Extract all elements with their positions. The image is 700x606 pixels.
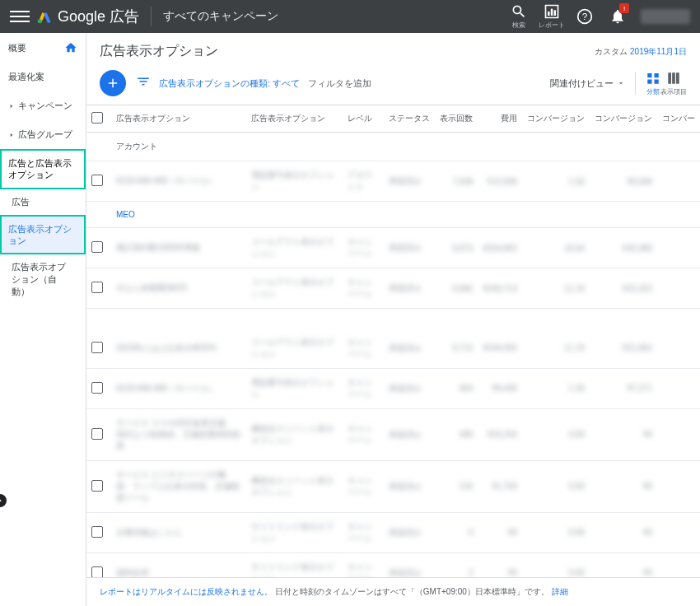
help-button[interactable]: ? (568, 0, 601, 33)
chevron-right-icon (0, 496, 4, 505)
table-row[interactable]: 企業情報はこちらサイトリンク表示オプションキャンペーン承認済み0¥00.00¥0 (86, 512, 700, 552)
sidebar-item-ads-extensions[interactable]: 広告と広告表示オプション (0, 149, 86, 189)
column-header[interactable]: 広告表示オプション (246, 105, 343, 133)
report-button[interactable]: レポート (535, 0, 568, 33)
filter-button[interactable] (136, 74, 151, 92)
sidebar-item-optimization[interactable]: 最適化案 (0, 63, 86, 91)
view-selector[interactable]: 関連付けビュー (550, 77, 625, 90)
sidebar-item-adgroups[interactable]: 広告グループ (0, 120, 86, 149)
filter-icon (136, 74, 151, 89)
report-icon (544, 3, 560, 20)
table-row[interactable]: 0120-940-480（モバイル）電話番号表示オプションキャンペーン承認済み4… (86, 368, 700, 408)
select-all-checkbox[interactable] (91, 112, 103, 124)
search-button[interactable]: 検索 (502, 0, 535, 33)
column-header[interactable]: コンバージョン (590, 105, 657, 133)
sidebar-item-ads[interactable]: 広告 (0, 189, 86, 215)
footer-note: レポートはリアルタイムには反映されません。 日付と時刻のタイムゾーンはすべて「（… (86, 577, 700, 606)
app-header: Google 広告 すべてのキャンペーン 検索 レポート ? ! (0, 0, 700, 33)
group-header-row: MEO (86, 202, 700, 228)
column-header[interactable]: ステータス (384, 105, 435, 133)
table-row[interactable]: 今なら初期費用0円コールアウト表示オプションキャンペーン承認済み9,965¥24… (86, 268, 700, 309)
footer-details-link[interactable]: 詳細 (552, 587, 568, 596)
table-row[interactable]: サービス スマホ対応集客支援、SEOより効果的、正確的費用対効果構造化スニペット… (86, 408, 700, 460)
context-title[interactable]: すべてのキャンペーン (163, 9, 278, 24)
row-checkbox[interactable] (91, 526, 103, 538)
add-filter-button[interactable]: フィルタを追加 (308, 77, 371, 90)
segment-button[interactable]: 分類 (646, 71, 660, 96)
table-body: アカウント0120-940-480（モバイル）電話番号表示オプションアカウント承… (86, 133, 700, 578)
toolbar: 広告表示オプションの種類: すべて フィルタを追加 関連付けビュー 分類 表示項… (86, 67, 700, 105)
svg-rect-9 (655, 79, 659, 83)
column-header[interactable]: 費用 (478, 105, 522, 133)
sidebar-expand-button[interactable] (0, 494, 7, 507)
notifications-button[interactable]: ! (601, 0, 634, 33)
google-ads-icon (36, 8, 53, 25)
main-content: 広告表示オプション カスタム 2019年11月1日 広告表示オプションの種類: … (86, 33, 700, 606)
svg-rect-7 (655, 73, 659, 77)
add-button[interactable] (100, 70, 126, 96)
sidebar-item-extensions-auto[interactable]: 広告表示オプション（自動） (0, 254, 86, 305)
account-info[interactable] (641, 9, 690, 24)
table-row[interactable]: 2019年には上位表示率92%コールアウト表示オプションキャンペーン承認済み9,… (86, 329, 700, 369)
row-checkbox[interactable] (91, 480, 103, 492)
row-checkbox[interactable] (91, 241, 103, 253)
svg-rect-11 (672, 72, 675, 84)
table-row[interactable]: 0120-940-480（モバイル）電話番号表示オプションアカウント承認済み7,… (86, 161, 700, 202)
row-checkbox[interactable] (91, 282, 103, 293)
table-header-row: 広告表示オプション広告表示オプションレベルステータス表示回数費用コンバージョンコ… (86, 105, 700, 133)
sidebar-item-campaigns[interactable]: キャンペーン (0, 91, 86, 120)
plus-icon (105, 76, 120, 91)
chevron-down-icon (617, 79, 625, 87)
sidebar: 概要 最適化案 キャンペーン 広告グループ 広告と広告表示オプション 広告 広告… (0, 33, 86, 606)
svg-rect-3 (554, 10, 557, 16)
svg-rect-6 (647, 73, 651, 77)
product-name: Google 広告 (58, 7, 139, 26)
product-logo[interactable]: Google 広告 (36, 7, 139, 26)
svg-rect-12 (676, 72, 679, 84)
divider (635, 72, 636, 95)
svg-rect-2 (551, 9, 553, 16)
row-checkbox[interactable] (91, 342, 103, 353)
date-range-selector[interactable]: カスタム 2019年11月1日 (595, 46, 687, 58)
filter-chip[interactable]: 広告表示オプションの種類: すべて (159, 77, 300, 90)
sidebar-item-overview[interactable]: 概要 (0, 33, 86, 63)
columns-icon (666, 71, 681, 86)
data-table: 広告表示オプション広告表示オプションレベルステータス表示回数費用コンバージョンコ… (86, 105, 700, 577)
page-title: 広告表示オプション (100, 43, 218, 60)
group-header-row: アカウント (86, 133, 700, 161)
svg-rect-10 (668, 72, 671, 84)
menu-icon[interactable] (10, 7, 30, 26)
help-icon: ? (576, 8, 593, 25)
svg-rect-8 (647, 79, 651, 83)
row-checkbox[interactable] (91, 566, 103, 578)
column-header[interactable]: コンバージョン (522, 105, 590, 133)
columns-button[interactable]: 表示項目 (660, 71, 687, 96)
sidebar-item-extensions-active[interactable]: 広告表示オプション (0, 215, 86, 255)
svg-point-0 (38, 19, 42, 23)
row-checkbox[interactable] (91, 382, 103, 394)
column-header[interactable]: コンバー (657, 105, 700, 133)
table-row[interactable]: サービス ビジネスページの構築、マップ上位表示対策、店舗検索ツール構造化スニペッ… (86, 460, 700, 512)
notification-badge: ! (619, 3, 629, 13)
row-checkbox[interactable] (91, 175, 103, 186)
svg-text:?: ? (582, 11, 588, 21)
column-header[interactable]: 広告表示オプション (111, 105, 246, 133)
divider (151, 7, 152, 26)
home-icon (64, 41, 77, 54)
svg-rect-1 (548, 12, 550, 16)
column-header[interactable]: 表示回数 (435, 105, 478, 133)
search-icon (511, 3, 527, 20)
row-checkbox[interactable] (91, 428, 103, 440)
column-header[interactable] (86, 105, 111, 133)
table-row[interactable]: 累計契約数1000件突破コールアウト表示オプションキャンペーン承認済み9,873… (86, 228, 700, 268)
table-row[interactable]: 資料請求サイトリンク表示オプションキャンペーン承認済み3¥00.00¥0 (86, 552, 700, 577)
chevron-right-icon (8, 103, 15, 110)
column-header[interactable]: レベル (343, 105, 384, 133)
chevron-right-icon (8, 132, 15, 138)
segment-icon (646, 71, 660, 86)
